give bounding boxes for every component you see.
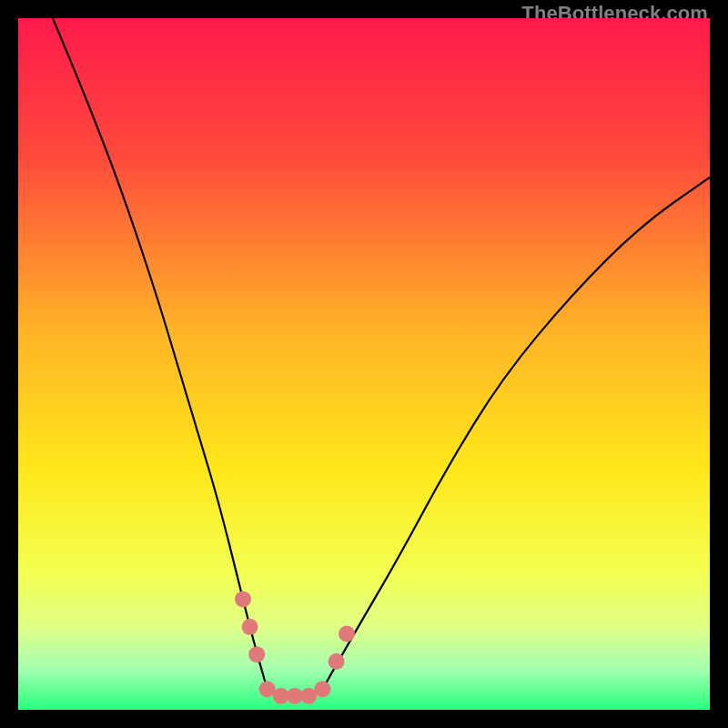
valley-marker	[242, 619, 258, 635]
valley-marker	[235, 591, 251, 607]
chart-background	[18, 18, 710, 710]
bottleneck-chart	[18, 18, 710, 710]
valley-marker	[339, 625, 355, 642]
valley-marker	[248, 646, 265, 662]
valley-marker	[329, 653, 345, 670]
valley-marker	[314, 681, 330, 697]
